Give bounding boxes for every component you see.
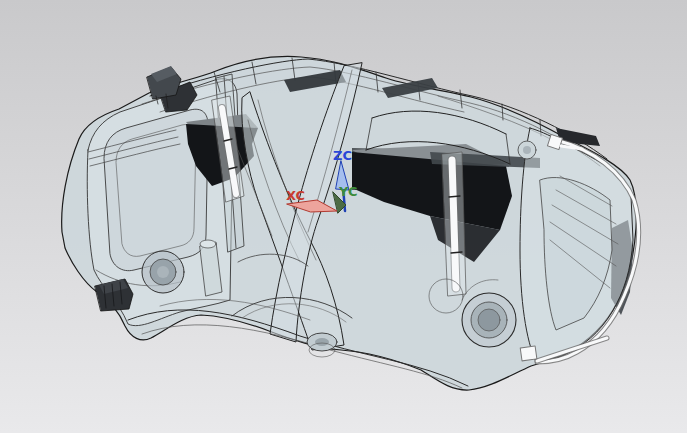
guide-pin-right[interactable] [452, 160, 456, 288]
cad-viewport[interactable]: ZC YC XC [0, 0, 687, 433]
model-canvas: ZC YC XC [0, 0, 687, 433]
xc-axis-label: XC [286, 188, 305, 203]
zc-axis-label: ZC [333, 148, 352, 163]
yc-axis-label: YC [338, 184, 358, 199]
